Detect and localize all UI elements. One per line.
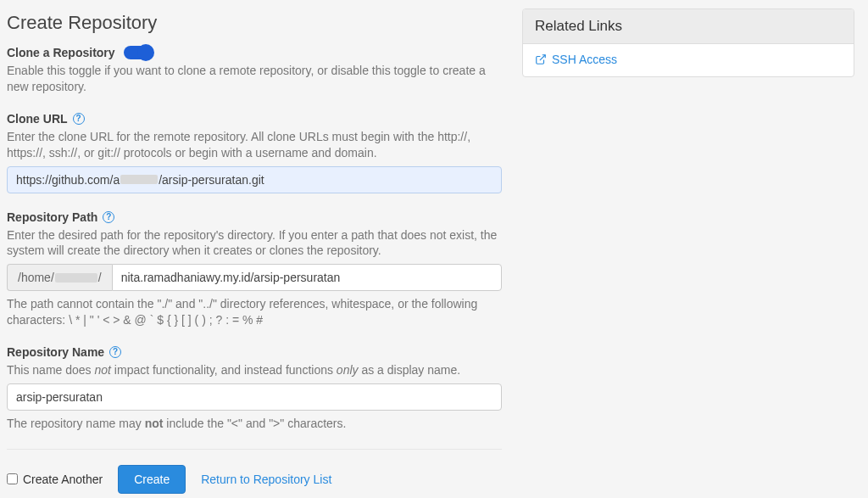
sidebar: Related Links SSH Access <box>509 0 868 498</box>
related-links-body: SSH Access <box>523 44 854 76</box>
clone-url-label: Clone URL <box>7 112 68 126</box>
help-icon[interactable]: ? <box>73 113 85 125</box>
clone-toggle-desc: Enable this toggle if you want to clone … <box>7 63 502 95</box>
clone-toggle-label-row: Clone a Repository <box>7 46 502 59</box>
repo-name-label-row: Repository Name ? <box>7 345 502 359</box>
repo-path-input-group: /home/ / <box>7 264 502 291</box>
repo-name-label: Repository Name <box>7 345 104 359</box>
repo-path-post-desc: The path cannot contain the "./" and "..… <box>7 296 502 328</box>
ssh-access-label: SSH Access <box>552 53 617 66</box>
repo-path-desc: Enter the desired path for the repositor… <box>7 227 502 260</box>
toggle-knob <box>137 44 154 61</box>
repo-path-input[interactable] <box>112 264 502 291</box>
main-form: Create Repository Clone a Repository Ena… <box>0 0 509 498</box>
return-link[interactable]: Return to Repository List <box>201 473 331 486</box>
clone-toggle[interactable] <box>124 46 153 59</box>
clone-url-value-prefix: https://github.com/a <box>16 173 120 187</box>
repo-path-prefix-post: / <box>98 271 102 284</box>
related-links-panel: Related Links SSH Access <box>522 8 854 77</box>
clone-toggle-label: Clone a Repository <box>7 46 115 59</box>
footer-row: Create Another Create Return to Reposito… <box>7 449 502 494</box>
repo-path-prefix-pre: /home/ <box>18 271 54 284</box>
repo-path-block: Repository Path ? Enter the desired path… <box>7 210 502 329</box>
clone-url-desc: Enter the clone URL for the remote repos… <box>7 129 502 161</box>
repo-name-post-desc: The repository name may not include the … <box>7 416 502 432</box>
create-another-label: Create Another <box>23 473 103 486</box>
repo-name-desc: This name does not impact functionality,… <box>7 362 502 378</box>
create-button[interactable]: Create <box>118 465 186 494</box>
related-links-title: Related Links <box>523 9 854 44</box>
create-another-input[interactable] <box>7 473 18 484</box>
external-link-icon <box>535 53 547 65</box>
page-title: Create Repository <box>7 12 502 34</box>
ssh-access-link[interactable]: SSH Access <box>535 53 617 66</box>
help-icon[interactable]: ? <box>103 211 114 223</box>
clone-url-value-suffix: /arsip-persuratan.git <box>159 173 264 187</box>
clone-toggle-block: Clone a Repository Enable this toggle if… <box>7 46 502 95</box>
svg-line-0 <box>540 55 545 60</box>
create-another-checkbox[interactable]: Create Another <box>7 473 103 486</box>
repo-name-block: Repository Name ? This name does not imp… <box>7 345 502 432</box>
clone-url-label-row: Clone URL ? <box>7 112 502 126</box>
redacted-text <box>55 273 97 283</box>
clone-url-block: Clone URL ? Enter the clone URL for the … <box>7 112 502 193</box>
repo-path-label-row: Repository Path ? <box>7 210 502 224</box>
help-icon[interactable]: ? <box>109 346 121 358</box>
clone-url-input[interactable]: https://github.com/a /arsip-persuratan.g… <box>7 166 502 193</box>
repo-path-label: Repository Path <box>7 210 97 224</box>
repo-path-prefix: /home/ / <box>7 264 112 291</box>
redacted-text <box>120 175 158 184</box>
repo-name-input[interactable] <box>7 383 502 411</box>
